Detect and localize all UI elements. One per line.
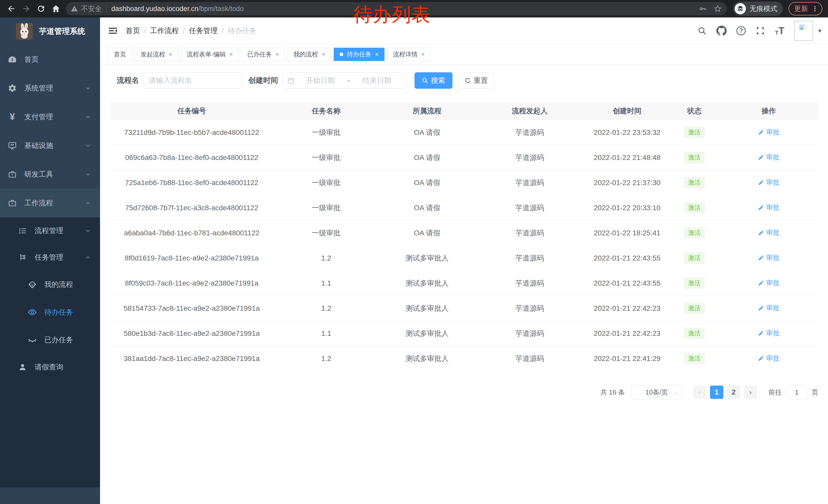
sidebar-item-leave-query[interactable]: 请假查询 <box>0 354 100 380</box>
list-icon <box>17 226 28 235</box>
next-page-button[interactable]: › <box>744 385 757 399</box>
browser-home-button[interactable] <box>51 4 61 14</box>
task-create-time: 2022-01-22 20:33:10 <box>585 204 669 212</box>
fullscreen-icon[interactable] <box>755 26 765 36</box>
task-create-time: 2022-01-22 18:25:41 <box>585 229 669 237</box>
goto-page-input[interactable] <box>785 385 808 400</box>
sidebar-item-workflow[interactable]: 工作流程 <box>0 189 100 217</box>
task-starter: 芋道源码 <box>475 153 585 163</box>
approve-link[interactable]: 审批 <box>758 128 780 137</box>
task-name: 1.1 <box>273 279 379 287</box>
page-unit-label: 页 <box>812 388 818 397</box>
breadcrumb-separator: / <box>222 27 223 35</box>
prev-page-button[interactable]: ‹ <box>693 385 706 399</box>
sidebar-item-dev-tools[interactable]: 研发工具 <box>0 160 100 189</box>
font-size-icon[interactable]: TT <box>775 26 784 36</box>
task-process: 测试多审批人 <box>379 253 475 263</box>
breadcrumb-home[interactable]: 首页 <box>126 26 140 36</box>
close-icon[interactable]: × <box>169 51 172 58</box>
table-row: 381aa1dd-7ac8-11ec-a9e2-a2380e71991a 1.2… <box>110 346 818 371</box>
reload-icon <box>36 4 46 13</box>
github-icon[interactable] <box>716 26 727 36</box>
process-name-input[interactable]: 请输入流程名 <box>143 72 243 89</box>
page-size-select[interactable]: 10条/页 ⌄ <box>631 385 682 400</box>
start-date-placeholder[interactable]: 开始日期 <box>295 76 346 85</box>
close-icon[interactable]: × <box>375 51 379 58</box>
sidebar-collapse-icon[interactable] <box>107 25 119 36</box>
close-icon[interactable]: × <box>276 51 279 58</box>
status-badge: 激活 <box>684 177 705 188</box>
browser-update-button[interactable]: 更新 ⋮ <box>788 2 822 15</box>
sidebar-item-home[interactable]: 首页 <box>0 45 100 74</box>
sidebar-logo-row[interactable]: 芋道管理系统 <box>0 17 100 45</box>
approve-link[interactable]: 审批 <box>758 278 780 287</box>
column-header-actions: 操作 <box>719 106 818 116</box>
approve-link[interactable]: 审批 <box>758 253 780 262</box>
update-label: 更新 <box>794 4 808 13</box>
sidebar-item-todo-tasks[interactable]: 待办任务 <box>0 299 100 326</box>
page-button-1[interactable]: 1 <box>710 385 723 399</box>
chevron-down-icon <box>85 227 91 234</box>
reset-button[interactable]: 重置 <box>458 72 495 89</box>
tab-done-tasks[interactable]: 已办任务× <box>241 48 285 61</box>
sidebar-item-my-process[interactable]: 我的流程 <box>0 271 100 299</box>
approve-link[interactable]: 审批 <box>758 153 780 162</box>
breadcrumb-workflow[interactable]: 工作流程 <box>150 26 179 36</box>
approve-link[interactable]: 审批 <box>758 203 780 212</box>
status-badge: 激活 <box>684 202 705 213</box>
browser-menu-icon[interactable]: ⋮ <box>812 5 818 13</box>
tab-process-detail[interactable]: 流程详情× <box>387 48 431 61</box>
sidebar-item-infrastructure[interactable]: 基础设施 <box>0 131 100 160</box>
approve-link[interactable]: 审批 <box>758 354 780 363</box>
page-button-2[interactable]: 2 <box>727 385 740 399</box>
sidebar-item-payment[interactable]: ¥ 支付管理 <box>0 102 100 131</box>
table-row: 580e1b3d-7ac8-11ec-a9e2-a2380e71991a 1.1… <box>110 321 818 346</box>
edit-icon <box>758 280 764 286</box>
sidebar-item-process-management[interactable]: 流程管理 <box>0 217 100 244</box>
browser-forward-button[interactable] <box>21 4 31 14</box>
status-badge: 激活 <box>684 353 705 364</box>
sidebar-item-done-tasks[interactable]: 已办任务 <box>0 326 100 354</box>
browser-back-button[interactable] <box>6 4 16 14</box>
sidebar-item-label: 任务管理 <box>35 253 64 262</box>
bookmark-star-icon[interactable] <box>714 5 722 13</box>
briefcase-icon <box>7 198 18 208</box>
task-starter: 芋道源码 <box>475 228 585 238</box>
browser-reload-button[interactable] <box>36 4 46 14</box>
tab-todo-tasks[interactable]: 待办任务× <box>334 48 384 61</box>
approve-link[interactable]: 审批 <box>758 304 780 313</box>
approve-link[interactable]: 审批 <box>758 329 780 338</box>
breadcrumb-task-management[interactable]: 任务管理 <box>189 26 217 36</box>
close-icon[interactable]: × <box>421 51 425 58</box>
approve-link[interactable]: 审批 <box>758 228 780 237</box>
tags-view-bar: 首页 发起流程× 流程表单-编辑× 已办任务× 我的流程× 待办任务× 流程详情… <box>100 44 828 64</box>
sidebar-item-label: 流程管理 <box>35 226 64 236</box>
approve-link[interactable]: 审批 <box>758 178 780 187</box>
end-date-placeholder[interactable]: 结束日期 <box>351 76 403 85</box>
date-range-picker[interactable]: 开始日期 - 结束日期 <box>283 72 407 89</box>
filter-form: 流程名 请输入流程名 创建时间 开始日期 - 结束日期 搜索 重置 <box>110 72 818 89</box>
help-icon[interactable]: ? <box>736 26 746 35</box>
sidebar-item-system[interactable]: 系统管理 <box>0 74 100 102</box>
breadcrumb: 首页 / 工作流程 / 任务管理 / 待办任务 <box>126 26 256 36</box>
search-icon[interactable] <box>697 26 707 35</box>
edit-icon <box>758 330 764 336</box>
tab-my-process[interactable]: 我的流程× <box>288 48 331 61</box>
task-process: OA 请假 <box>379 203 475 213</box>
task-create-time: 2022-01-22 23:53:32 <box>585 129 669 137</box>
tab-start-process[interactable]: 发起流程× <box>135 48 178 61</box>
close-icon[interactable]: × <box>322 51 325 58</box>
sidebar-item-task-management[interactable]: 任务管理 <box>0 244 100 271</box>
tab-home[interactable]: 首页 <box>108 48 132 61</box>
close-icon[interactable]: × <box>229 51 233 58</box>
tab-process-form-edit[interactable]: 流程表单-编辑× <box>181 48 239 61</box>
avatar-caret-icon[interactable]: ▾ <box>818 27 821 34</box>
task-create-time: 2022-01-21 22:42:23 <box>585 329 669 338</box>
task-create-time: 2022-01-22 21:37:30 <box>585 179 669 187</box>
password-key-icon[interactable] <box>699 5 707 13</box>
task-name: 一级审批 <box>273 178 379 188</box>
avatar[interactable] <box>794 21 813 41</box>
sidebar-item-label: 支付管理 <box>25 112 53 122</box>
table-header: 任务编号 任务名称 所属流程 流程发起人 创建时间 状态 操作 <box>110 102 818 120</box>
search-button[interactable]: 搜索 <box>415 72 452 89</box>
